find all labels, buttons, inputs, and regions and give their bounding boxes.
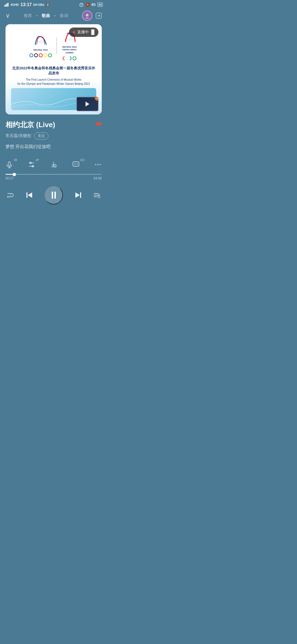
progress-thumb[interactable] — [13, 173, 16, 176]
svg-text:1: 1 — [10, 193, 11, 196]
repeat-button[interactable]: 1 — [7, 191, 14, 199]
more-button[interactable] — [94, 161, 102, 168]
tab-separator-1 — [36, 15, 37, 16]
svg-marker-33 — [28, 192, 32, 198]
top-nav: ∨ 推荐 歌曲 歌词 — [0, 8, 107, 24]
video-play-icon — [86, 102, 89, 107]
agitos-symbol — [63, 56, 76, 60]
svg-rect-2 — [7, 3, 7, 7]
network-type: 4GHD — [10, 3, 19, 6]
status-bar: 4GHD 13:17 104 KB/s 2 🔕 4G 34 — [0, 0, 107, 8]
status-left: 4GHD 13:17 104 KB/s 2 — [4, 2, 50, 7]
svg-point-29 — [95, 164, 96, 165]
svg-point-28 — [77, 163, 78, 164]
comment-badge: 162 — [80, 159, 85, 162]
olympic-ribbon — [32, 34, 49, 48]
live-dot — [73, 31, 75, 33]
svg-text:❄: ❄ — [31, 94, 33, 97]
svg-text:❄: ❄ — [67, 93, 69, 95]
time: 13:17 — [21, 2, 32, 7]
more-icon — [94, 161, 102, 168]
next-button[interactable] — [74, 191, 82, 200]
svg-rect-1 — [6, 4, 6, 7]
battery-indicator: 34 — [97, 2, 103, 7]
pause-button[interactable] — [44, 186, 63, 204]
svg-rect-3 — [8, 3, 9, 7]
svg-point-26 — [74, 163, 75, 164]
comment-icon — [72, 161, 80, 168]
comment-button[interactable]: 162 — [72, 161, 80, 168]
tune-button[interactable]: off — [28, 161, 35, 168]
artist-name: 常石磊/关晓彤 — [6, 133, 31, 138]
tab-lyrics[interactable]: 歌词 — [60, 13, 68, 18]
svg-point-40 — [98, 196, 100, 198]
network-icon: 4G — [91, 3, 96, 7]
live-close-button[interactable]: × — [91, 29, 95, 35]
player-controls: 1 — [0, 181, 107, 210]
svg-text:🔕: 🔕 — [85, 2, 90, 7]
svg-text:❄: ❄ — [50, 95, 52, 98]
action-row: 69 off 16 — [0, 154, 107, 172]
svg-point-10 — [86, 14, 89, 17]
tune-off-label: off — [36, 159, 39, 162]
svg-point-27 — [75, 163, 76, 164]
svg-rect-0 — [4, 5, 5, 7]
ring-black — [34, 53, 38, 57]
progress-fill — [6, 174, 14, 175]
follow-button[interactable]: 关注 — [34, 132, 48, 140]
mute-icon: 🔕 — [85, 2, 90, 7]
tab-recommend[interactable]: 推荐 — [24, 13, 32, 18]
svg-point-31 — [100, 164, 101, 165]
svg-point-24 — [54, 165, 56, 167]
pause-icon — [52, 192, 56, 199]
svg-marker-35 — [75, 192, 80, 198]
avatar[interactable] — [82, 10, 92, 21]
download-button[interactable] — [50, 161, 57, 168]
ring-green — [48, 53, 52, 57]
tab-songs[interactable]: 歌曲 — [42, 13, 50, 18]
share-button[interactable] — [96, 13, 102, 19]
svg-text:♪: ♪ — [16, 97, 18, 101]
song-artist-row: 常石磊/关晓彤 关注 — [6, 132, 102, 140]
olympic-rings — [29, 53, 52, 57]
svg-line-42 — [99, 194, 100, 195]
video-thumbnail[interactable]: 4 — [76, 97, 98, 111]
total-time: 04:56 — [94, 176, 102, 180]
progress-area[interactable]: 00:27 04:56 — [0, 172, 107, 181]
ring-red — [39, 53, 43, 57]
album-title-en: The First Launch Ceremony of Musical Wor… — [11, 78, 96, 86]
logo-divider — [56, 37, 57, 54]
download-icon — [50, 161, 57, 168]
notification-count: 2 — [46, 2, 50, 7]
progress-bar[interactable] — [6, 174, 102, 175]
svg-point-30 — [97, 164, 98, 165]
playlist-button[interactable] — [93, 191, 101, 199]
svg-rect-17 — [8, 162, 10, 166]
mic-icon — [6, 161, 13, 168]
progress-times: 00:27 04:56 — [6, 176, 102, 180]
svg-rect-34 — [26, 192, 28, 198]
olympic-logo: BEIJING 2022 — [29, 34, 52, 57]
nav-tabs: 推荐 歌曲 歌词 — [24, 13, 68, 18]
ring-yellow — [43, 53, 47, 57]
signal-icon — [4, 3, 9, 7]
alarm-icon — [79, 2, 84, 7]
song-info: 相约北京 (Live) ❤ 常石磊/关晓彤 关注 梦想 开出花我们绽放吧 — [0, 114, 107, 154]
album-title-cn: 北京2022年冬奥会和冬残奥会第一届冬奥优秀音乐作品发布 — [11, 66, 96, 76]
prev-button[interactable] — [25, 191, 34, 200]
album-art: 直播中 × BEIJING 2022 — [6, 24, 102, 114]
tune-icon — [28, 161, 35, 168]
karaoke-button[interactable]: 69 — [6, 161, 13, 168]
ring-blue — [29, 53, 33, 57]
lyrics-preview: 梦想 开出花我们绽放吧 — [6, 144, 102, 150]
live-label: 直播中 — [77, 30, 89, 35]
karaoke-badge: 69 — [14, 159, 17, 162]
back-button[interactable]: ∨ — [6, 12, 10, 19]
live-badge: 直播中 × — [69, 28, 98, 37]
tab-separator-2 — [54, 15, 56, 16]
like-button[interactable]: ❤ — [95, 120, 102, 129]
data-speed: 104 KB/s — [33, 3, 44, 6]
song-title: 相约北京 (Live) — [6, 120, 55, 130]
svg-rect-36 — [80, 192, 81, 198]
album-inner: BEIJING 2022 — [6, 24, 102, 114]
